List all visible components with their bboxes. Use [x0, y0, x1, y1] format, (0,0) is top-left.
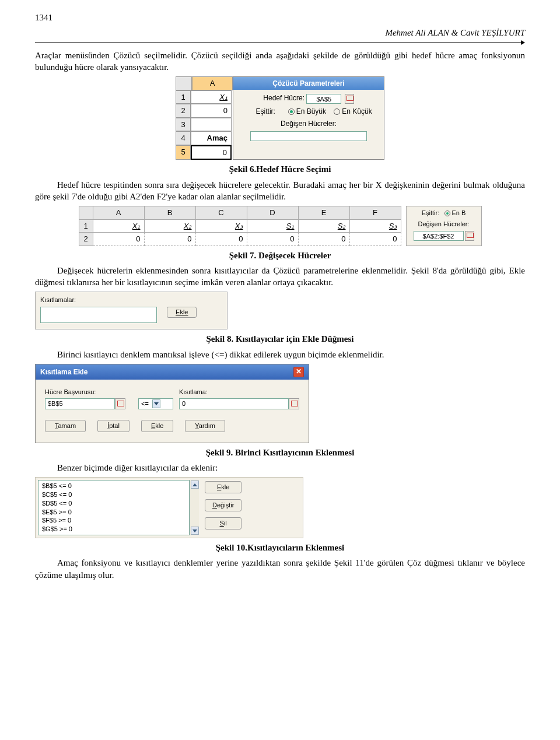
close-icon[interactable]: ✕ [293, 367, 304, 377]
dialog-title: Kısıtlama Ekle [40, 367, 88, 377]
paragraph-2: Hedef hücre tespitinden sonra sıra değiş… [35, 179, 525, 203]
help-button[interactable]: Yardım [185, 420, 225, 432]
dialog-title: Çözücü Parametreleri [233, 77, 384, 90]
cell-ref-icon[interactable] [345, 94, 354, 104]
radio-min[interactable] [334, 108, 340, 115]
list-item[interactable]: $E$5 >= 0 [41, 508, 187, 517]
figure-7: A B C D E F 1 X₁ X₂ X₃ S₁ S₂ S₃ 2 0 0 0 [79, 206, 482, 246]
paragraph-5: Benzer biçimde diğer kısıtlayıcılar da e… [35, 462, 525, 474]
delete-button[interactable]: Sil [205, 517, 242, 529]
figure-10: $B$5 <= 0 $C$5 <= 0 $D$5 <= 0 $E$5 >= 0 … [35, 477, 303, 538]
chevron-down-icon [152, 399, 160, 408]
cell-ref-input[interactable]: $B$5 [45, 398, 115, 409]
cell: 0 [247, 233, 298, 246]
list-item[interactable]: $B$5 <= 0 [41, 482, 187, 490]
constraints-label: Kısıtlamalar: [40, 296, 222, 304]
paragraph-3: Değişecek hücrelerin eklenmesinden sonra… [35, 265, 525, 289]
cell: S₁ [247, 219, 298, 233]
cell-a2: 0 [191, 104, 232, 118]
col-header: D [247, 206, 298, 220]
paragraph-6: Amaç fonksiyonu ve kısıtlayıcı denklemle… [35, 557, 525, 581]
col-header: E [298, 206, 349, 220]
operator-select[interactable]: <= [138, 398, 173, 409]
cell: 0 [298, 233, 349, 246]
cell-a4: Amaç [191, 131, 232, 145]
cell: X₃ [195, 219, 247, 233]
row-header: 3 [176, 118, 191, 132]
corner-cell [176, 76, 192, 90]
cell: 0 [144, 233, 195, 246]
sheet-fig7: A B C D E F 1 X₁ X₂ X₃ S₁ S₂ S₃ 2 0 0 0 [79, 206, 401, 246]
equals-label: Eşittir: [245, 107, 286, 116]
cell-a5: 0 [191, 145, 232, 160]
row-header: 2 [176, 104, 191, 118]
cell: X₁ [93, 219, 144, 233]
figure-8-caption: Şekil 8. Kısıtlayıcılar için Ekle Düğmes… [206, 334, 354, 343]
ok-button[interactable]: TTamamamam [45, 420, 86, 432]
radio-max[interactable] [444, 211, 450, 216]
scrollbar[interactable] [190, 480, 199, 535]
scroll-down-icon[interactable] [191, 527, 199, 535]
cell: X₂ [144, 219, 195, 233]
target-cell-input[interactable]: $A$5 [306, 94, 341, 104]
row-header: 2 [79, 233, 93, 246]
paragraph-1: Araçlar menüsünden Çözücü seçilmelidir. … [35, 50, 525, 73]
figure-8: Kısıtlamalar: Ekle [35, 292, 228, 329]
operator-value: <= [141, 399, 149, 408]
figure-9: Kısıtlama Ekle ✕ Hücre Başvurusu: $B$5 <… [35, 364, 309, 443]
change-button[interactable]: Değiştir [205, 499, 242, 511]
figure-6: A 1X₁ 20 3 4Amaç 50 Çözücü Parametreleri… [176, 76, 384, 160]
row-header: 1 [79, 219, 93, 233]
figure-9-caption: Şekil 9. Birinci Kısıtlayıcının Eklenmes… [206, 448, 355, 457]
col-header: F [349, 206, 401, 220]
add-button[interactable]: Ekle [141, 420, 173, 432]
figure-10-caption: Şekil 10.Kısıtlayıcıların Eklenmesi [216, 543, 344, 552]
header-author: Mehmet Ali ALAN & Cavit YEŞİLYURT [35, 27, 525, 38]
header-arrow-divider [35, 40, 525, 45]
figure-7-caption: Şekil 7. Değişecek Hücreler [229, 251, 331, 260]
svg-marker-1 [521, 40, 525, 45]
cell: 0 [195, 233, 247, 246]
radio-max[interactable] [288, 108, 295, 115]
cell: 0 [349, 233, 401, 246]
radio-min-label: En Küçük [342, 107, 372, 115]
list-item[interactable]: $G$5 >= 0 [41, 525, 187, 534]
page-number: 1341 [35, 12, 525, 23]
add-button[interactable]: Ekle [167, 307, 197, 318]
cell: S₃ [349, 219, 401, 233]
changing-cells-input[interactable]: $A$2:$F$2 [414, 231, 464, 241]
list-item[interactable]: $D$5 <= 0 [41, 499, 187, 508]
equals-label: Eşittir: [422, 209, 440, 216]
radio-max-label: En B [452, 209, 466, 216]
row-header: 5 [176, 145, 191, 160]
paragraph-4: Birinci kısıtlayıcı denklem mantıksal iş… [35, 349, 525, 360]
constraints-listbox[interactable]: $B$5 <= 0 $C$5 <= 0 $D$5 <= 0 $E$5 >= 0 … [38, 480, 190, 535]
side-panel-fig7: Eşittir: En B Değişen Hücreler: $A$2:$F$… [406, 206, 482, 246]
col-header-A: A [192, 76, 233, 90]
cell-ref-icon[interactable] [465, 231, 474, 241]
cell: S₂ [298, 219, 349, 233]
cancel-button[interactable]: İptal [97, 420, 130, 432]
cell: 0 [93, 233, 144, 246]
scroll-up-icon[interactable] [191, 481, 199, 489]
cell-a3 [191, 118, 232, 132]
changing-cells-input[interactable] [250, 131, 367, 141]
cell-ref-icon[interactable] [289, 398, 299, 409]
list-item[interactable]: $F$5 >= 0 [41, 516, 187, 525]
col-header: C [195, 206, 247, 220]
changing-cells-label: Değişen Hücreler: [281, 119, 337, 128]
constraint-input[interactable]: 0 [179, 398, 289, 409]
col-header: A [93, 206, 144, 220]
row-header: 4 [176, 131, 191, 145]
solver-dialog: Çözücü Parametreleri Hedef Hücre: $A$5 E… [233, 76, 384, 160]
cell-ref-label: Hücre Başvurusu: [45, 388, 132, 397]
col-header: B [144, 206, 195, 220]
corner-cell [79, 206, 93, 220]
cell-ref-icon[interactable] [115, 398, 125, 409]
constraints-listbox[interactable] [40, 307, 157, 323]
target-cell-label: Hedef Hücre: [263, 93, 304, 103]
changing-cells-label: Değişen Hücreler: [410, 220, 478, 229]
add-button[interactable]: Ekle [205, 481, 242, 493]
figure-6-caption: Şekil 6.Hedef Hücre Seçimi [229, 164, 331, 174]
list-item[interactable]: $C$5 <= 0 [41, 490, 187, 499]
